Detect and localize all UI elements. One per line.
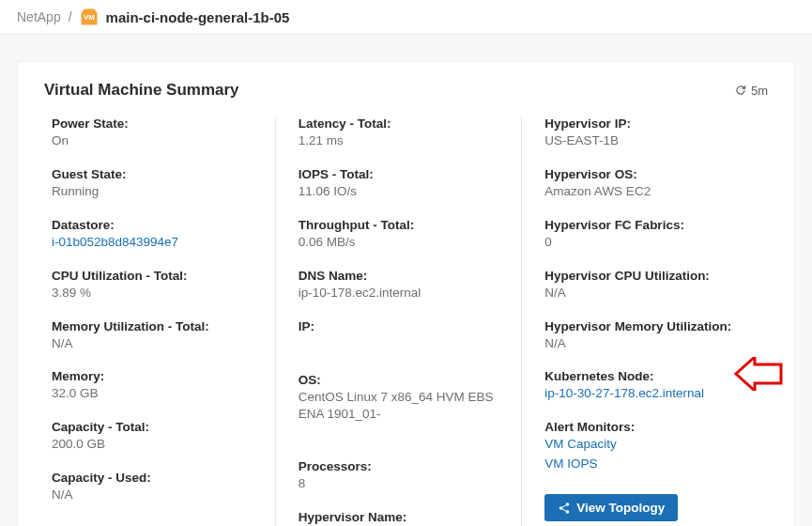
field-value: Running — [52, 183, 268, 201]
field-label: IP: — [299, 319, 514, 333]
field-memory: Memory:32.0 GB — [52, 369, 268, 403]
summary-panel: Virtual Machine Summary 5m Power State:O… — [17, 61, 795, 526]
field-label: Throughput - Total: — [299, 218, 514, 232]
field-value: CentOS Linux 7 x86_64 HVM EBS ENA 1901_0… — [299, 389, 514, 425]
refresh-interval: 5m — [751, 84, 768, 98]
field-label: Guest State: — [52, 167, 268, 181]
field-label: Capacity - Total: — [52, 420, 268, 434]
field-label: Processors: — [299, 459, 514, 473]
svg-text:VM: VM — [84, 13, 95, 22]
field-latency: Latency - Total:1.21 ms — [299, 116, 514, 150]
field-value: ip-10-178.ec2.internal — [299, 285, 514, 302]
field-label: Capacity - Used: — [52, 471, 268, 485]
refresh-icon — [734, 84, 747, 97]
breadcrumb-root[interactable]: NetApp — [17, 9, 61, 24]
field-label: Alert Monitors: — [544, 420, 760, 434]
summary-col-1: Power State:On Guest State:Running Datas… — [44, 116, 275, 526]
k8s-node-link[interactable]: ip-10-30-27-178.ec2.internal — [544, 385, 760, 403]
field-value: 0.06 MB/s — [299, 234, 514, 252]
field-label: Hypervisor OS: — [544, 167, 760, 181]
field-value: N/A — [544, 335, 760, 353]
field-hv-cpu: Hypervisor CPU Utilization:N/A — [544, 269, 760, 302]
breadcrumb: NetApp / VM main-ci-node-general-1b-05 — [0, 0, 812, 35]
field-capacity-total: Capacity - Total:200.0 GB — [52, 420, 268, 454]
breadcrumb-separator: / — [69, 9, 72, 24]
field-hv-mem: Hypervisor Memory Utilization:N/A — [544, 319, 760, 353]
field-value: 32.0 GB — [52, 385, 268, 403]
field-datastore: Datastore:i-01b052b8d843994e7 — [52, 218, 268, 252]
field-label: Hypervisor FC Fabrics: — [544, 218, 760, 232]
summary-col-2: Latency - Total:1.21 ms IOPS - Total:11.… — [275, 116, 522, 526]
field-value: 8 — [299, 475, 514, 493]
field-iops: IOPS - Total:11.06 IO/s — [299, 167, 514, 201]
field-alert-monitors: Alert Monitors: VM Capacity VM IOPS — [544, 420, 760, 473]
field-label: IOPS - Total: — [299, 167, 514, 181]
field-label: Power State: — [52, 116, 268, 131]
topology-icon — [558, 502, 571, 515]
field-hypervisor-name: Hypervisor Name:us-east-1b — [299, 510, 514, 526]
field-label: DNS Name: — [299, 269, 514, 283]
field-label: Memory: — [52, 369, 268, 383]
field-value: Amazon AWS EC2 — [544, 183, 760, 201]
refresh-button[interactable]: 5m — [734, 84, 768, 98]
field-dns: DNS Name:ip-10-178.ec2.internal — [299, 269, 514, 302]
field-guest-state: Guest State:Running — [52, 167, 268, 201]
alert-link-vm-capacity[interactable]: VM Capacity — [544, 436, 760, 454]
field-power-state: Power State:On — [52, 116, 268, 150]
panel-title: Virtual Machine Summary — [44, 81, 239, 100]
field-hv-ip: Hypervisor IP:US-EAST-1B — [544, 116, 760, 150]
field-value: 0 — [544, 234, 760, 252]
field-label: Latency - Total: — [299, 116, 514, 131]
field-label: Kubernetes Node: — [544, 369, 760, 383]
field-value: 11.06 IO/s — [299, 183, 514, 201]
field-cpu-util: CPU Utilization - Total:3.89 % — [52, 269, 268, 302]
field-throughput: Throughput - Total:0.06 MB/s — [299, 218, 514, 252]
field-value: On — [52, 132, 268, 150]
field-mem-util: Memory Utilization - Total:N/A — [52, 319, 268, 353]
summary-col-3: Hypervisor IP:US-EAST-1B Hypervisor OS:A… — [521, 116, 768, 526]
field-k8s-node: Kubernetes Node:ip-10-30-27-178.ec2.inte… — [544, 369, 760, 403]
field-label: Hypervisor Memory Utilization: — [544, 319, 760, 333]
field-processors: Processors:8 — [299, 459, 514, 493]
datastore-link[interactable]: i-01b052b8d843994e7 — [52, 234, 268, 252]
field-label: Hypervisor CPU Utilization: — [544, 269, 760, 283]
field-capacity-used: Capacity - Used:N/A — [52, 471, 268, 504]
field-hv-os: Hypervisor OS:Amazon AWS EC2 — [544, 167, 760, 201]
alert-link-vm-iops[interactable]: VM IOPS — [544, 456, 760, 473]
field-label: Memory Utilization - Total: — [52, 319, 268, 333]
field-label: OS: — [299, 373, 514, 387]
field-value: 200.0 GB — [52, 436, 268, 454]
vm-icon: VM — [80, 8, 99, 26]
field-label: Datastore: — [52, 218, 268, 232]
field-value: US-EAST-1B — [544, 132, 760, 150]
field-ip: IP: — [299, 319, 514, 333]
view-topology-label: View Topology — [576, 501, 665, 515]
field-label: Hypervisor Name: — [299, 510, 514, 524]
page-title: main-ci-node-general-1b-05 — [106, 9, 290, 25]
field-os: OS:CentOS Linux 7 x86_64 HVM EBS ENA 190… — [299, 373, 514, 425]
field-label: CPU Utilization - Total: — [52, 269, 268, 283]
field-value: 3.89 % — [52, 285, 268, 302]
field-label: Hypervisor IP: — [544, 116, 760, 131]
view-topology-button[interactable]: View Topology — [544, 494, 678, 521]
field-value: N/A — [544, 285, 760, 302]
field-value: N/A — [52, 487, 268, 504]
field-value: N/A — [52, 335, 268, 353]
field-value: 1.21 ms — [299, 132, 514, 150]
field-hv-fc: Hypervisor FC Fabrics:0 — [544, 218, 760, 252]
